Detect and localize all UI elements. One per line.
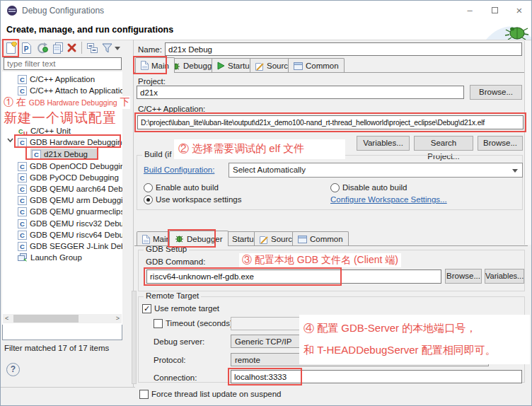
use-workspace-settings-radio[interactable] bbox=[144, 195, 153, 204]
close-icon[interactable]: × bbox=[510, 4, 528, 17]
annotation-1-line2: 新建一个调试配置 bbox=[4, 109, 117, 127]
tree-horizontal-scrollbar[interactable]: < > bbox=[3, 314, 122, 323]
application-browse-button[interactable]: Browse... bbox=[478, 136, 523, 151]
tree-item-label: GDB OpenOCD Debugging bbox=[30, 162, 122, 170]
force-thread-list-label: Force thread list update on suspend bbox=[151, 390, 281, 398]
c-config-icon: C bbox=[18, 86, 27, 95]
connection-label: Connection: bbox=[154, 373, 197, 382]
scroll-right-icon[interactable]: > bbox=[116, 314, 120, 323]
tree-item-cpp-attach[interactable]: C C/C++ Attach to Application bbox=[18, 85, 122, 96]
c-unit-icon: CU bbox=[18, 127, 28, 136]
svg-text:C: C bbox=[20, 139, 25, 146]
tab-label: Debugger bbox=[187, 235, 223, 243]
tree-item-gdb-openocd[interactable]: C GDB OpenOCD Debugging bbox=[18, 161, 122, 172]
tree-item-label: GDB QEMU arm Debugging bbox=[30, 196, 122, 204]
c-config-icon: C bbox=[18, 185, 27, 194]
debug-configurations-dialog: Debug Configurations – × Create, manage,… bbox=[0, 0, 532, 406]
minimize-icon[interactable]: – bbox=[461, 4, 479, 17]
build-configuration-link[interactable]: Build Configuration: bbox=[144, 166, 214, 174]
tree-item-launch-group[interactable]: Launch Group bbox=[18, 252, 82, 263]
title-bar: Debug Configurations – × bbox=[1, 1, 531, 21]
c-config-icon: C bbox=[18, 242, 27, 251]
svg-text:C: C bbox=[20, 185, 25, 193]
disable-auto-build-radio[interactable] bbox=[330, 183, 340, 192]
annotation-text: ① 在 bbox=[4, 96, 29, 108]
gdb-browse-button[interactable]: Browse... bbox=[445, 269, 482, 284]
variables-button[interactable]: Variables... bbox=[357, 136, 410, 151]
project-browse-button[interactable]: Browse... bbox=[470, 85, 522, 100]
filter-status: Filter matched 17 of 17 items bbox=[4, 344, 109, 352]
tree-item-gdb-hardware[interactable]: C GDB Hardware Debugging bbox=[18, 137, 122, 148]
tree-item-qemu-arm[interactable]: C GDB QEMU arm Debugging bbox=[18, 195, 122, 206]
dialog-heading: Create, manage, and run configurations bbox=[6, 25, 173, 35]
search-project-button[interactable]: Search Project... bbox=[414, 136, 473, 151]
startup-play-icon bbox=[217, 62, 225, 70]
tab-label: Common bbox=[306, 62, 339, 70]
tree-item-qemu-gnuarmeclipse[interactable]: C GDB QEMU gnuarmeclipse Debugging bbox=[18, 206, 122, 217]
project-input[interactable] bbox=[137, 86, 464, 99]
filter-input[interactable] bbox=[4, 57, 122, 70]
gdb-command-input[interactable] bbox=[146, 269, 441, 284]
c-config-icon: C bbox=[18, 207, 27, 216]
scrollbar-thumb[interactable] bbox=[13, 315, 79, 323]
main-doc-icon bbox=[141, 61, 149, 70]
name-label: Name: bbox=[138, 45, 162, 54]
tree-item-qemu-riscv32[interactable]: C GDB QEMU riscv32 Debugging bbox=[18, 218, 122, 229]
main-doc-icon bbox=[142, 235, 150, 244]
filter-dropdown-icon[interactable] bbox=[115, 47, 120, 50]
tree-item-label: GDB SEGGER J-Link Debugging bbox=[30, 242, 122, 250]
disable-auto-build-label: Disable auto build bbox=[342, 183, 407, 192]
maximize-icon[interactable] bbox=[485, 4, 504, 17]
enable-auto-build-label: Enable auto build bbox=[156, 183, 219, 192]
svg-text:C: C bbox=[20, 163, 25, 170]
delete-configuration-button[interactable] bbox=[66, 42, 78, 56]
collapse-all-button[interactable] bbox=[86, 42, 98, 56]
main-panel-scrollbar[interactable] bbox=[524, 41, 532, 245]
filter-icon[interactable] bbox=[102, 42, 113, 56]
enable-auto-build-radio[interactable] bbox=[144, 183, 153, 192]
build-configuration-select[interactable]: Select Automatically bbox=[229, 163, 523, 178]
chevron-expanded-icon[interactable] bbox=[7, 137, 13, 144]
force-thread-list-checkbox[interactable] bbox=[139, 390, 149, 399]
use-workspace-settings-label: Use workspace settings bbox=[156, 195, 241, 204]
common-icon bbox=[294, 62, 303, 70]
name-input[interactable] bbox=[165, 42, 522, 56]
timeout-checkbox[interactable] bbox=[154, 319, 163, 328]
tree-item-d21x-debug[interactable]: C d21x Debug bbox=[32, 149, 88, 160]
tab-strip-line bbox=[134, 72, 524, 73]
c-config-icon: C bbox=[18, 138, 27, 147]
svg-text:C: C bbox=[18, 128, 23, 135]
source-icon bbox=[255, 62, 264, 71]
tree-item-cpp-application[interactable]: C C/C++ Application bbox=[18, 74, 95, 85]
connection-input[interactable] bbox=[231, 370, 522, 383]
duplicate-configuration-button[interactable] bbox=[52, 42, 64, 57]
configure-workspace-settings-link[interactable]: Configure Workspace Settings... bbox=[330, 195, 447, 204]
annotation-3: ③ 配置本地 GDB 文件名 (Client 端) bbox=[239, 253, 401, 267]
tree-item-qemu-riscv64[interactable]: C GDB QEMU riscv64 Debugging bbox=[18, 229, 122, 240]
svg-text:C: C bbox=[20, 87, 25, 95]
new-configuration-button[interactable] bbox=[5, 42, 17, 57]
tab-main-top[interactable]: Main bbox=[135, 57, 175, 73]
svg-text:C: C bbox=[34, 151, 39, 158]
tree-item-label: GDB QEMU riscv32 Debugging bbox=[30, 219, 122, 228]
annotation-text: GDB Hardware Debugging bbox=[29, 98, 117, 107]
tab-label: Common bbox=[310, 235, 343, 243]
tab-common-bottom[interactable]: Common bbox=[292, 231, 349, 246]
tab-debugger-bottom[interactable]: Debugger bbox=[169, 231, 229, 246]
tree-item-segger-jlink[interactable]: C GDB SEGGER J-Link Debugging bbox=[18, 240, 122, 252]
tab-common-top[interactable]: Common bbox=[288, 58, 345, 73]
gdb-command-label: GDB Command: bbox=[146, 257, 205, 266]
tab-label: Main bbox=[151, 62, 169, 70]
export-configurations-button[interactable] bbox=[36, 42, 49, 57]
scroll-left-icon[interactable]: < bbox=[5, 314, 8, 323]
tree-item-gdb-pyocd[interactable]: C GDB PyOCD Debugging bbox=[18, 172, 119, 183]
new-prototype-button[interactable]: P bbox=[21, 42, 33, 57]
common-icon bbox=[298, 236, 307, 243]
gdb-variables-button[interactable]: Variables... bbox=[485, 269, 524, 284]
tree-item-qemu-aarch64[interactable]: C GDB QEMU aarch64 Debugging bbox=[18, 183, 122, 195]
selected-option: Generic TCP/IP bbox=[235, 337, 291, 346]
check-icon: ✓ bbox=[144, 304, 150, 313]
use-remote-target-checkbox[interactable]: ✓ bbox=[142, 304, 151, 313]
help-button[interactable]: ? bbox=[6, 363, 20, 376]
application-input[interactable] bbox=[137, 115, 524, 129]
